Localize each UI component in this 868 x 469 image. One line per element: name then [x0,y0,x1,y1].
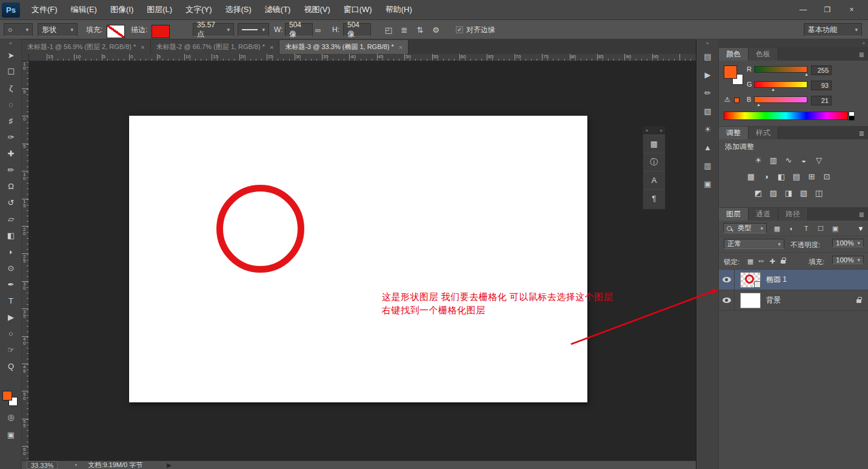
menu-item-2[interactable]: 图像(I) [104,0,140,19]
menu-item-5[interactable]: 选择(S) [218,0,258,19]
filter-adjustment-layers-icon[interactable]: ◐ [787,225,796,232]
menu-item-6[interactable]: 滤镜(T) [258,0,298,19]
clone-stamp-tool[interactable]: Ω [0,178,22,195]
strip-collapse-icon[interactable]: « [696,39,718,47]
gradient-tool[interactable]: ◧ [0,227,22,244]
exposure-icon[interactable]: ◒ [797,154,810,166]
selective-color-icon[interactable]: ◫ [812,187,826,199]
close-tab-icon[interactable]: × [141,44,144,51]
lock-position-icon[interactable]: ✚ [767,258,777,265]
filter-shape-layers-icon[interactable]: ☐ [816,225,826,233]
paragraph-panel-icon[interactable]: ¶ [643,189,665,207]
menu-item-3[interactable]: 图层(L) [140,0,179,19]
b-value-input[interactable]: 21 [811,96,832,105]
lock-image-icon[interactable]: ✏ [756,258,766,265]
path-alignment-icon[interactable]: ≣ [396,25,412,35]
layer-filter-toggle-icon[interactable]: ▼ [856,225,866,232]
channel-mixer-icon[interactable]: ⊞ [805,170,818,182]
color-balance-icon[interactable]: ◑ [760,170,773,182]
document-tab-2[interactable]: 未标题-2 @ 66.7% (图层 1, RGB/8) *× [151,40,280,54]
panel-menu-icon[interactable]: ≣ [859,130,868,139]
gradient-map-icon[interactable]: ▧ [797,187,810,199]
adjustments-tab-调整[interactable]: 调整 [719,127,749,139]
opacity-input[interactable]: 100% ▾ [832,239,864,247]
dodge-tool[interactable]: ⊙ [0,260,22,276]
lock-transparency-icon[interactable]: ▦ [746,258,755,265]
invert-icon[interactable]: ◩ [752,187,765,199]
info-panel-icon[interactable]: ⓘ [643,153,665,171]
layer-row-椭圆 1[interactable]: 椭圆 1 [719,270,868,290]
layers-tab-通道[interactable]: 通道 [749,208,778,221]
vibrance-icon[interactable]: ▽ [812,154,826,166]
menu-item-4[interactable]: 文字(Y) [179,0,218,19]
eyedropper-tool[interactable]: ✑ [0,129,22,145]
dock-collapse-icon[interactable]: » [719,39,868,47]
type-tool[interactable]: T [0,293,22,309]
histogram-panel-icon[interactable]: ▦ [643,135,665,153]
stroke-style-select[interactable]: ▾ [238,23,269,36]
brush-tool[interactable]: ✏ [0,162,22,178]
fill-swatch[interactable] [107,25,125,38]
hue-saturation-icon[interactable]: ▦ [744,170,758,182]
ellipse-shape[interactable] [216,185,304,273]
lock-all-icon[interactable] [778,258,788,265]
foreground-color-swatch[interactable] [2,391,12,401]
maximize-button[interactable]: ❐ [820,5,835,15]
document-tab-3[interactable]: 未标题-3 @ 33.3% (椭圆 1, RGB/8) *× [279,40,409,54]
layer-row-背景[interactable]: 背景 [719,290,868,311]
filter-smart-objects-icon[interactable]: ▣ [830,225,840,233]
posterize-icon[interactable]: ▨ [767,187,780,199]
history-brush-tool[interactable]: ↺ [0,195,22,211]
shape-height-input[interactable]: 504 像 [343,23,371,36]
quick-mask-button[interactable]: ◎ [0,413,22,422]
toolbar-collapse-icon[interactable]: « [0,39,21,47]
b-slider-thumb[interactable]: ▲ [756,102,761,107]
tool-mode-select[interactable]: 形状▾ [38,23,78,36]
g-value-input[interactable]: 93 [811,81,832,90]
move-tool[interactable]: ➤ [0,47,22,64]
black-white-icon[interactable]: ◧ [775,170,788,182]
close-tab-icon[interactable]: × [399,44,402,51]
menu-item-0[interactable]: 文件(F) [25,0,64,19]
filter-pixel-layers-icon[interactable]: ▦ [772,225,782,233]
panel-menu-icon[interactable]: ≣ [859,211,868,221]
clone-source-panel-icon[interactable]: ▧ [696,102,719,120]
character-panel-icon[interactable]: A [643,171,665,189]
layer-thumbnail[interactable] [740,293,761,308]
r-channel-slider[interactable] [754,66,807,73]
g-channel-slider[interactable] [754,81,807,88]
fill-opacity-input[interactable]: 100% ▾ [832,256,864,264]
horizontal-ruler[interactable]: 1510505101520253035404550556065707580859… [29,54,696,61]
brush-panel-icon[interactable]: ✏ [696,84,719,102]
shape-width-input[interactable]: 504 像 [285,23,313,36]
ellipse-tool[interactable]: ○ [0,325,22,342]
layers-tab-路径[interactable]: 路径 [778,208,808,221]
color-spectrum-ramp[interactable] [724,111,848,120]
crop-tool[interactable]: ♯ [0,113,22,129]
close-icon[interactable]: × [659,128,663,133]
spot-healing-brush-tool[interactable]: ✚ [0,145,22,162]
hand-tool[interactable]: ☞ [0,342,22,358]
actions-panel-icon[interactable]: ▶ [696,65,719,84]
r-slider-thumb[interactable]: ▲ [804,72,809,76]
layer-filter-select[interactable]: 类型 ▾ [723,223,767,233]
canvas-pasteboard[interactable] [29,61,696,461]
levels-icon[interactable]: ▥ [767,154,780,166]
path-selection-tool[interactable]: ▶ [0,309,22,325]
layer-thumbnail[interactable] [740,272,761,288]
workspace-switcher[interactable]: 基本功能▾ [804,23,862,36]
adjustments-strip-icon[interactable]: ☀ [696,120,719,138]
color-tab-色板[interactable]: 色板 [749,48,778,61]
panel-menu-icon[interactable]: ≣ [859,51,868,61]
ruler-origin-corner[interactable] [22,54,29,61]
path-arrangement-icon[interactable]: ⇅ [412,25,428,35]
menu-item-9[interactable]: 帮助(H) [379,0,419,19]
curves-icon[interactable]: ∿ [782,154,795,166]
adjustments-tab-样式[interactable]: 样式 [749,127,778,139]
menu-item-1[interactable]: 编辑(E) [64,0,104,19]
expand-panels-icon[interactable]: » [646,128,648,133]
color-lookup-icon[interactable]: ⊡ [820,170,833,182]
stroke-width-input[interactable]: 35.57 点▾ [193,23,234,36]
spectrum-black-swatch[interactable] [849,116,855,121]
layer-visibility-toggle[interactable] [719,270,735,290]
